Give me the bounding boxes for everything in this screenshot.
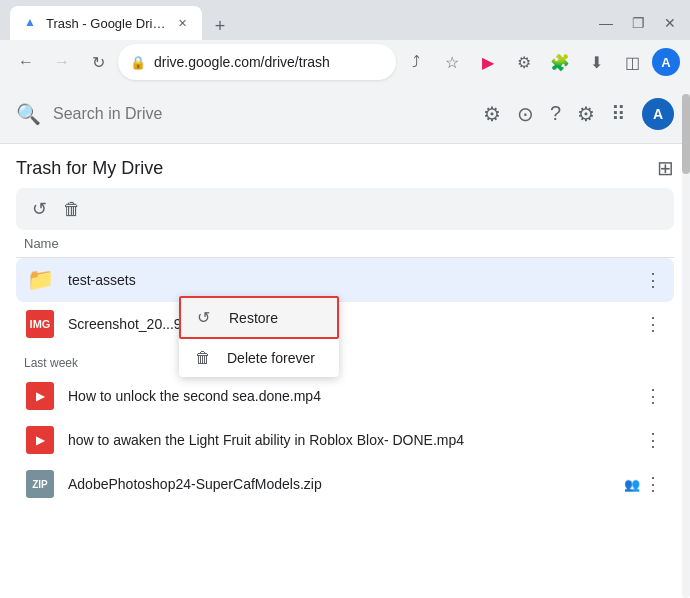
media-icon[interactable]: ▶ xyxy=(472,46,504,78)
maximize-button[interactable]: ❐ xyxy=(628,13,648,33)
more-options-button[interactable]: ⋮ xyxy=(640,469,666,499)
column-header: Name xyxy=(16,230,674,258)
restore-all-icon[interactable]: ↺ xyxy=(28,194,51,224)
restore-icon: ↺ xyxy=(197,308,217,327)
download-icon[interactable]: ⬇ xyxy=(580,46,612,78)
grid-view-icon[interactable]: ⊞ xyxy=(657,156,674,180)
search-bar: 🔍 ⚙ ⊙ ? ⚙ ⠿ A xyxy=(0,84,690,144)
settings-icon[interactable]: ⚙ xyxy=(577,102,595,126)
delete-forever-icon: 🗑 xyxy=(195,349,215,367)
more-options-button[interactable]: ⋮ xyxy=(640,309,666,339)
nav-icons: ⤴ ☆ ▶ ⚙ 🧩 ⬇ ◫ A xyxy=(400,46,680,78)
file-name: Screenshot_20...99eed5f47.jpg xyxy=(68,316,640,332)
file-name: AdobePhotoshop24-SuperCafModels.zip xyxy=(68,476,620,492)
file-row[interactable]: 📁 test-assets ⋮ ↺ Restore 🗑 Delete forev… xyxy=(16,258,674,302)
extension-icon[interactable]: ⚙ xyxy=(508,46,540,78)
file-list: 📁 test-assets ⋮ ↺ Restore 🗑 Delete forev… xyxy=(16,258,674,598)
forward-button[interactable]: → xyxy=(46,46,78,78)
new-tab-button[interactable]: + xyxy=(206,12,234,40)
puzzle-icon[interactable]: 🧩 xyxy=(544,46,576,78)
zip-icon: ZIP xyxy=(24,468,56,500)
file-row[interactable]: IMG Screenshot_20...99eed5f47.jpg ⋮ xyxy=(16,302,674,346)
more-options-button[interactable]: ⋮ xyxy=(640,425,666,455)
title-bar: Trash - Google Drive ✕ + — ❐ ✕ xyxy=(0,0,690,40)
more-options-button[interactable]: ⋮ xyxy=(640,381,666,411)
tab-strip: Trash - Google Drive ✕ + xyxy=(10,6,234,40)
restore-label: Restore xyxy=(229,310,278,326)
context-menu-restore[interactable]: ↺ Restore xyxy=(179,296,339,339)
shared-icon: 👥 xyxy=(624,477,640,492)
context-menu-delete-forever[interactable]: 🗑 Delete forever xyxy=(179,339,339,377)
folder-icon: 📁 xyxy=(24,264,56,296)
video-icon: ▶ xyxy=(24,424,56,456)
file-row[interactable]: ZIP AdobePhotoshop24-SuperCafModels.zip … xyxy=(16,462,674,506)
section-label: Last week xyxy=(16,346,674,374)
tab-title: Trash - Google Drive xyxy=(46,16,166,31)
file-row[interactable]: ▶ how to awaken the Light Fruit ability … xyxy=(16,418,674,462)
close-button[interactable]: ✕ xyxy=(660,13,680,33)
delete-all-icon[interactable]: 🗑 xyxy=(59,195,85,224)
pip-icon[interactable]: ◫ xyxy=(616,46,648,78)
scrollbar-track xyxy=(682,84,690,598)
file-name: how to awaken the Light Fruit ability in… xyxy=(68,432,640,448)
trash-header: Trash for My Drive ⊞ xyxy=(16,144,674,188)
context-menu: ↺ Restore 🗑 Delete forever xyxy=(179,296,339,377)
tab-close-button[interactable]: ✕ xyxy=(174,15,190,31)
more-options-button[interactable]: ⋮ xyxy=(640,265,666,295)
video-icon: ▶ xyxy=(24,380,56,412)
drive-app: 🔍 ⚙ ⊙ ? ⚙ ⠿ A Trash for My Drive ⊞ ↺ 🗑 N… xyxy=(0,84,690,598)
bookmark-icon[interactable]: ☆ xyxy=(436,46,468,78)
search-input[interactable] xyxy=(53,105,471,123)
back-button[interactable]: ← xyxy=(10,46,42,78)
search-icon: 🔍 xyxy=(16,102,41,126)
image-icon: IMG xyxy=(24,308,56,340)
delete-forever-label: Delete forever xyxy=(227,350,315,366)
file-name: test-assets xyxy=(68,272,640,288)
user-avatar[interactable]: A xyxy=(642,98,674,130)
drive-content: Trash for My Drive ⊞ ↺ 🗑 Name 📁 test-ass… xyxy=(0,144,690,598)
minimize-button[interactable]: — xyxy=(596,13,616,33)
share-icon[interactable]: ⤴ xyxy=(400,46,432,78)
file-name: How to unlock the second sea.done.mp4 xyxy=(68,388,640,404)
check-circle-icon[interactable]: ⊙ xyxy=(517,102,534,126)
tab-favicon xyxy=(22,15,38,31)
reload-button[interactable]: ↻ xyxy=(82,46,114,78)
apps-icon[interactable]: ⠿ xyxy=(611,102,626,126)
profile-button[interactable]: A xyxy=(652,48,680,76)
file-row[interactable]: ▶ How to unlock the second sea.done.mp4 … xyxy=(16,374,674,418)
toolbar: ↺ 🗑 xyxy=(16,188,674,230)
window-controls: — ❐ ✕ xyxy=(596,13,680,33)
scrollbar-thumb[interactable] xyxy=(682,94,690,174)
search-right-icons: ⚙ ⊙ ? ⚙ ⠿ A xyxy=(483,98,674,130)
filter-icon[interactable]: ⚙ xyxy=(483,102,501,126)
nav-bar: ← → ↻ 🔒 drive.google.com/drive/trash ⤴ ☆… xyxy=(0,40,690,84)
page-title: Trash for My Drive xyxy=(16,158,163,179)
active-tab[interactable]: Trash - Google Drive ✕ xyxy=(10,6,202,40)
address-text: drive.google.com/drive/trash xyxy=(154,54,384,70)
lock-icon: 🔒 xyxy=(130,55,146,70)
address-bar[interactable]: 🔒 drive.google.com/drive/trash xyxy=(118,44,396,80)
help-icon[interactable]: ? xyxy=(550,102,561,125)
